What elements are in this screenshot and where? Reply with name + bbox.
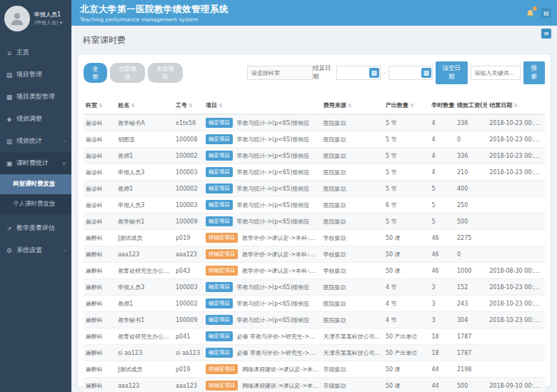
table-row[interactable]: 急诊科 申报人员3 100003 确定项目 带教与统计->(p<65)按例应 医…: [84, 164, 545, 181]
sort-icon[interactable]: ⇅: [131, 103, 135, 109]
sidebar-subitem-dept-classfee[interactable]: 科室课时费发放: [0, 174, 71, 194]
header-action-button[interactable]: ▤: [541, 8, 551, 18]
project-status-button[interactable]: 确定项目: [206, 118, 233, 128]
table-row[interactable]: 麻醉科 si aa123 si aa123 确定项目 必修 带教与评价->研究生…: [84, 345, 545, 361]
keyword-search-input[interactable]: [471, 66, 521, 80]
project-status-button[interactable]: 确定项目: [206, 216, 233, 226]
cell-settlement-date: 2018-08-30 00:00:00: [487, 263, 545, 279]
col-hours-header: 学时数量: [431, 102, 454, 109]
search-button[interactable]: 搜索: [523, 61, 545, 84]
cell-employee-id: aaa123: [174, 246, 204, 263]
sidebar-item-teaching-quality[interactable]: ↗ 教学质量评估: [0, 217, 71, 239]
filter-pending-button[interactable]: 未定项目: [148, 63, 183, 83]
sidebar-menu-bottom: ↗ 教学质量评估 ⚙ 系统设置 ›: [0, 217, 71, 261]
table-row[interactable]: 麻醉科 申报人员3 100003 确定项目 带教与统计->(p<65)按例应 医…: [84, 279, 545, 296]
project-status-button[interactable]: 确定项目: [206, 298, 233, 308]
cell-output-quantity: 50 课: [383, 378, 430, 392]
table-row[interactable]: 急诊科 教学秘书1 100009 确定项目 带教与统计->(p<65)按例应 医…: [84, 213, 545, 230]
table-row[interactable]: 麻醉科 教学秘书1 100009 确定项目 带教与统计->(p<65)按例应 医…: [84, 312, 545, 328]
project-status-button[interactable]: 确定项目: [206, 331, 233, 341]
table-row[interactable]: 麻醉科 教师1 100002 确定项目 带教与统计->(p<65)按例应 医院拨…: [84, 296, 545, 312]
sidebar-item-home[interactable]: ⌂ 主页: [0, 41, 71, 64]
user-panel[interactable]: 申报人员1 (申报人员) ▾: [0, 0, 71, 39]
filter-bar: 全部 已定项目 未定项目 结算日期 ▦ - ▦ 清空日期: [84, 61, 545, 84]
calendar-icon[interactable]: ▦: [421, 68, 431, 78]
project-text: 带教与统计->(p<65)按例应: [237, 284, 310, 291]
user-role-dropdown[interactable]: (申报人员) ▾: [34, 19, 62, 27]
project-status-button[interactable]: 确定项目: [206, 200, 233, 210]
project-text: 教学评价->课认定->本科->无接收人: [242, 251, 321, 258]
project-status-button[interactable]: 确定项目: [206, 151, 233, 161]
cell-department: 急诊科: [84, 148, 116, 164]
cell-performance-pay: 336: [455, 114, 487, 131]
project-status-button[interactable]: 确定项目: [206, 315, 233, 325]
sidebar-subitem-personal-classfee[interactable]: 个人课时费发放: [0, 194, 71, 214]
table-row[interactable]: 急诊科 胡图选 100008 确定项目 带教与统计->(p<65)按例应 医院拨…: [84, 131, 545, 148]
sort-icon[interactable]: ⇅: [513, 103, 518, 109]
project-text: 网络课程建设->课认定->本科->学员: [242, 366, 321, 373]
cell-performance-pay: 400: [455, 181, 487, 197]
project-status-button[interactable]: 确定项目: [206, 282, 233, 292]
project-status-button[interactable]: 待确定项目: [206, 364, 239, 374]
cell-name: 教学秘书1: [116, 312, 174, 328]
sort-icon[interactable]: ⇅: [348, 103, 352, 109]
table-row[interactable]: 急诊科 教师1 100002 确定项目 带教与统计->(p<65)按例应 医院拨…: [84, 148, 545, 164]
filter-all-button[interactable]: 全部: [84, 63, 107, 83]
sort-icon[interactable]: ⇅: [410, 103, 414, 109]
message-icon: ✉: [544, 31, 549, 37]
table-row[interactable]: 麻醉科 aaa123 aaa123 待确定项目 教学评价->课认定->本科->无…: [84, 246, 545, 263]
cell-output-quantity: 50 课: [383, 230, 430, 246]
cell-settlement-date: 2018-10-23 00:00:00: [487, 114, 545, 131]
cell-performance-pay: 336: [455, 148, 487, 164]
department-select-input[interactable]: [247, 66, 313, 80]
cell-performance-pay: 2275: [455, 230, 487, 246]
table-row[interactable]: 急诊科 教学秘书A e1te56 确定项目 带教与统计->(p<65)按例应 医…: [84, 114, 545, 131]
table-row[interactable]: 麻醉科 J测试成员 p019 待确定项目 教学评价->课认定->本科->无接收人…: [84, 230, 545, 246]
cell-department: 麻醉科: [84, 312, 116, 328]
notification-bell-button[interactable]: [526, 8, 536, 18]
sidebar-item-project-type-management[interactable]: ▦ 项目类型管理: [0, 86, 71, 108]
cell-project: 确定项目 带教与统计->(p<65)按例应: [204, 279, 321, 296]
project-status-button[interactable]: 确定项目: [206, 167, 233, 177]
project-status-button[interactable]: 待确定项目: [206, 249, 239, 259]
filter-confirmed-button[interactable]: 已定项目: [110, 63, 145, 83]
table-row[interactable]: 急诊科 教师1 100002 确定项目 带教与统计->(p<65)按例应 医院拨…: [84, 181, 545, 197]
cell-settlement-date: [487, 213, 545, 230]
quick-action-button[interactable]: ✉: [541, 29, 551, 39]
table-row[interactable]: 麻醉科 教育处研究生办公室A p043 待确定项目 教学评价->课认定->本科-…: [84, 263, 545, 279]
project-status-button[interactable]: 确定项目: [206, 184, 233, 194]
cell-department: 急诊科: [84, 131, 116, 148]
project-status-button[interactable]: 待确定项目: [206, 233, 239, 243]
sort-icon[interactable]: ⇅: [189, 103, 193, 109]
app-window: 申报人员1 (申报人员) ▾ ⌂ 主页 ▤ 项目管理 ▦ 项目类型管理 ◈: [0, 0, 557, 392]
table-row[interactable]: 麻醉科 aaa123 aaa123 待确定项目 网络课程建设->课认定->本科-…: [84, 378, 545, 392]
project-text: 带教与统计->(p<65)按例应: [237, 169, 310, 176]
project-status-button[interactable]: 确定项目: [206, 348, 233, 358]
sidebar-item-performance-adjust[interactable]: ◈ 绩效调整: [0, 108, 71, 130]
table-row[interactable]: 麻醉科 教育处研究生办公室A p041 确定项目 必修 带教与评价->研究生->…: [84, 328, 545, 345]
cell-performance-pay: 1787: [455, 345, 487, 361]
table-row[interactable]: 急诊科 申报人员3 100003 确定项目 带教与统计->(p<65)按例应 医…: [84, 197, 545, 213]
sort-icon[interactable]: ⇅: [219, 103, 223, 109]
sidebar-item-classfee-stats[interactable]: ▣ 课时费统计 ∨: [0, 152, 71, 174]
cell-fee-source: 天津市某某科技公司资助项目: [321, 345, 383, 361]
sidebar-item-performance-stats[interactable]: ▥ 绩效统计 ›: [0, 130, 71, 152]
cell-project: 确定项目 必修 带教与评价->研究生->认定->教师: [204, 328, 321, 345]
app-subtitle: Teaching performance management system: [80, 16, 229, 23]
table-row[interactable]: 麻醉科 J测试成员 p019 待确定项目 网络课程建设->课认定->本科->学员…: [84, 361, 545, 378]
project-status-button[interactable]: 待确定项目: [206, 266, 239, 276]
sidebar-item-system-settings[interactable]: ⚙ 系统设置 ›: [0, 239, 71, 261]
project-status-button[interactable]: 确定项目: [206, 134, 233, 144]
app-title: 北京大学第一医院教学绩效管理系统: [80, 4, 229, 16]
cell-settlement-date: 2018-09-10 00:00:00: [487, 378, 545, 392]
cell-name: 申报人员3: [116, 279, 174, 296]
project-status-button[interactable]: 待确定项目: [206, 381, 239, 391]
sidebar-item-project-management[interactable]: ▤ 项目管理: [0, 64, 71, 86]
clear-date-button[interactable]: 清空日期: [436, 61, 468, 84]
cell-project: 确定项目 带教与统计->(p<65)按例应: [204, 213, 321, 230]
calendar-icon[interactable]: ▦: [369, 68, 379, 78]
project-text: 带教与统计->(p<65)按例应: [237, 202, 310, 208]
sort-icon[interactable]: ⇅: [99, 103, 103, 109]
cell-name: 教师1: [116, 296, 174, 312]
cell-fee-source: 医院拨款: [321, 279, 383, 296]
